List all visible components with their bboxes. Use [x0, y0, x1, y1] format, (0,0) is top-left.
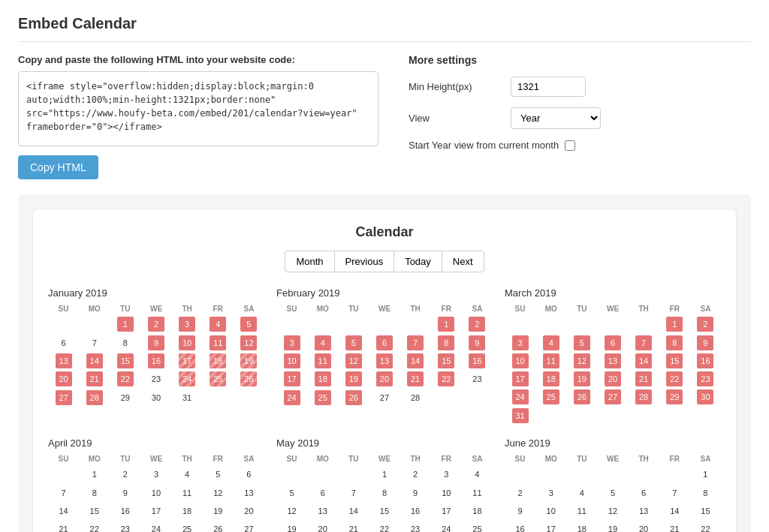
- table-cell: [307, 314, 338, 334]
- table-cell: 14: [48, 502, 79, 520]
- nav-next-button[interactable]: Next: [442, 251, 484, 272]
- table-cell: [597, 464, 628, 484]
- table-cell: 22: [369, 520, 400, 532]
- table-cell: 14: [629, 352, 659, 370]
- table-cell: 17: [535, 520, 566, 532]
- embed-code-box[interactable]: <iframe style="overflow:hidden;display:b…: [18, 71, 378, 146]
- table-cell: [597, 314, 628, 334]
- min-height-label: Min Height(px): [409, 81, 499, 92]
- table-cell: 7: [338, 484, 369, 502]
- table-cell: 17: [140, 502, 171, 520]
- table-cell: [659, 406, 690, 425]
- table-cell: 1: [431, 314, 462, 334]
- table-cell: 21: [48, 520, 79, 532]
- day-header: MO: [79, 453, 110, 464]
- table-cell: 19: [234, 352, 264, 370]
- day-header: WE: [369, 303, 400, 314]
- table-cell: 1: [690, 464, 721, 484]
- day-header: SA: [462, 303, 493, 314]
- month-name: June 2019: [505, 437, 721, 449]
- table-cell: 19: [203, 502, 234, 520]
- start-year-label: Start Year view from current month: [409, 140, 559, 151]
- calendar-nav: Month Previous Today Next: [48, 251, 721, 272]
- table-cell: 13: [597, 352, 628, 370]
- table-cell: 19: [566, 370, 597, 388]
- table-cell: 21: [79, 370, 110, 388]
- copy-html-button[interactable]: Copy HTML: [18, 155, 98, 179]
- table-cell: 6: [597, 334, 628, 352]
- start-year-checkbox[interactable]: [565, 140, 575, 151]
- table-cell: 22: [110, 370, 140, 388]
- day-header: TH: [172, 303, 203, 314]
- table-cell: 26: [566, 388, 597, 406]
- table-cell: 3: [140, 464, 171, 484]
- table-cell: 25: [307, 388, 338, 407]
- table-cell: [566, 464, 597, 484]
- month-block: April 2019SUMOTUWETHFRSA1234567891011121…: [48, 437, 264, 532]
- table-cell: 24: [172, 370, 203, 388]
- table-cell: 7: [400, 334, 431, 352]
- day-header: MO: [79, 303, 110, 314]
- table-cell: 25: [172, 520, 203, 532]
- table-cell: 3: [535, 484, 566, 502]
- table-cell: [566, 406, 597, 425]
- table-cell: [307, 464, 338, 484]
- table-cell: 23: [690, 370, 721, 388]
- table-cell: [629, 464, 659, 484]
- table-cell: 7: [79, 334, 110, 352]
- table-cell: 22: [659, 370, 690, 388]
- table-cell: 21: [659, 520, 690, 532]
- table-cell: 12: [566, 352, 597, 370]
- day-header: TH: [400, 453, 431, 464]
- table-cell: 20: [369, 370, 400, 388]
- table-cell: 27: [48, 388, 79, 407]
- table-cell: 19: [338, 370, 369, 388]
- min-height-input[interactable]: [511, 77, 586, 97]
- table-cell: 9: [462, 334, 493, 352]
- table-cell: 6: [234, 464, 264, 484]
- table-cell: [505, 314, 535, 334]
- table-cell: 11: [307, 352, 338, 370]
- table-cell: 8: [431, 334, 462, 352]
- table-cell: 28: [79, 388, 110, 407]
- table-cell: 12: [234, 334, 264, 352]
- table-cell: 5: [597, 484, 628, 502]
- calendar-inner: Calendar Month Previous Today Next Janua…: [33, 209, 736, 532]
- table-cell: [276, 464, 307, 484]
- table-cell: 18: [172, 502, 203, 520]
- table-cell: [535, 464, 566, 484]
- table-cell: 22: [690, 520, 721, 532]
- table-cell: [462, 388, 493, 407]
- view-select[interactable]: Year Month Week Day: [511, 107, 601, 129]
- table-cell: 4: [535, 334, 566, 352]
- table-cell: [629, 406, 659, 425]
- table-cell: 21: [400, 370, 431, 388]
- table-cell: 24: [431, 520, 462, 532]
- table-cell: [203, 388, 234, 407]
- calendar-title: Calendar: [48, 224, 721, 240]
- table-cell: [400, 314, 431, 334]
- nav-today-button[interactable]: Today: [394, 251, 442, 272]
- table-cell: 5: [338, 334, 369, 352]
- table-cell: 11: [172, 484, 203, 502]
- table-cell: 1: [110, 314, 140, 334]
- table-cell: 13: [48, 352, 79, 370]
- table-cell: 4: [566, 484, 597, 502]
- table-cell: 6: [48, 334, 79, 352]
- table-cell: 8: [369, 484, 400, 502]
- table-cell: [505, 464, 535, 484]
- day-header: WE: [140, 453, 171, 464]
- nav-previous-button[interactable]: Previous: [334, 251, 394, 272]
- table-cell: 17: [431, 502, 462, 520]
- table-cell: 21: [629, 370, 659, 388]
- table-cell: 5: [276, 484, 307, 502]
- month-block: January 2019SUMOTUWETHFRSA12345678910111…: [48, 287, 264, 425]
- table-cell: 19: [597, 520, 628, 532]
- table-cell: 9: [140, 334, 171, 352]
- day-header: TU: [566, 453, 597, 464]
- table-cell: 25: [203, 370, 234, 388]
- table-cell: 3: [276, 334, 307, 352]
- table-cell: 7: [48, 484, 79, 502]
- nav-month-button[interactable]: Month: [285, 251, 333, 272]
- month-block: May 2019SUMOTUWETHFRSA123456789101112131…: [276, 437, 493, 532]
